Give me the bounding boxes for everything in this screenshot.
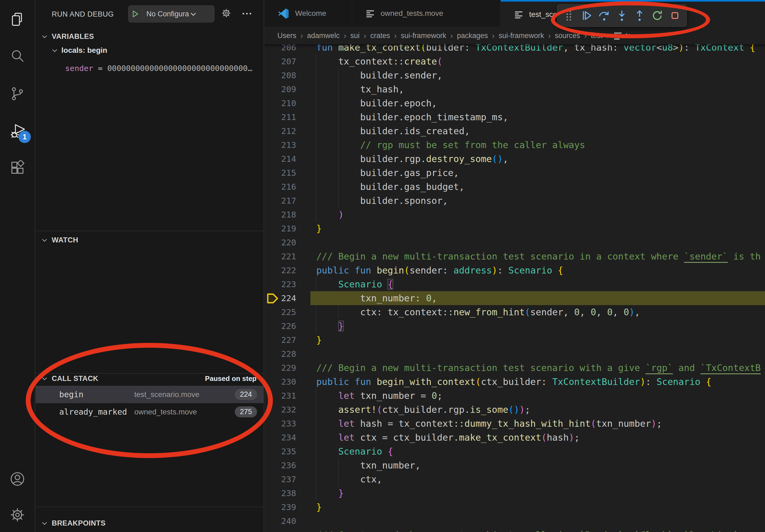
stack-frame-already_marked[interactable]: already_markedowned_tests.move275	[36, 403, 264, 420]
line-number[interactable]: 215	[265, 166, 296, 180]
code-line-241[interactable]: 241/// Creates and shares system objects…	[265, 528, 765, 532]
line-number[interactable]: 206	[265, 44, 296, 54]
line-number[interactable]: 208	[265, 68, 296, 82]
breadcrumb-item-file[interactable]: te	[613, 31, 632, 40]
step-into-button[interactable]	[613, 7, 631, 24]
step-over-button[interactable]	[595, 7, 613, 24]
code-line-234[interactable]: 234 let ctx = ctx_builder.make_tx_contex…	[265, 430, 765, 444]
step-out-button[interactable]	[631, 7, 648, 24]
line-number[interactable]: 207	[265, 54, 296, 68]
code-line-223[interactable]: 223 Scenario {	[265, 277, 765, 291]
search-icon[interactable]	[0, 40, 35, 72]
code-line-224[interactable]: 224 txn_number: 0,	[265, 291, 765, 305]
line-number[interactable]: 223	[265, 277, 296, 291]
line-number[interactable]: 226	[265, 319, 296, 333]
stack-frame-begin[interactable]: begintest_scenario.move224	[36, 386, 264, 403]
more-actions-icon[interactable]	[242, 12, 252, 16]
code-line-214[interactable]: 214 builder.rgp.destroy_some(),	[265, 152, 765, 166]
line-number[interactable]: 220	[265, 235, 296, 249]
code-line-220[interactable]: 220	[265, 235, 765, 249]
line-number[interactable]: 229	[265, 361, 296, 375]
breadcrumb-item[interactable]: adamwelc	[307, 32, 340, 40]
watch-section-header[interactable]: WATCH	[36, 232, 264, 247]
line-number[interactable]: 240	[265, 514, 296, 528]
restart-button[interactable]	[648, 7, 666, 24]
code-line-208[interactable]: 208 builder.sender,	[265, 68, 765, 82]
code-editor[interactable]: 206fun make_tx_context(builder: TxContex…	[265, 44, 765, 532]
code-line-222[interactable]: 222public fun begin(sender: address): Sc…	[265, 263, 765, 277]
line-number[interactable]: 230	[265, 375, 296, 389]
breadcrumb-item[interactable]: sui-framework	[498, 32, 544, 40]
line-number[interactable]: 217	[265, 194, 296, 208]
code-line-232[interactable]: 232 assert!(ctx_builder.rgp.is_some());	[265, 402, 765, 416]
line-number[interactable]: 235	[265, 444, 296, 458]
tab-welcome[interactable]: Welcome	[265, 0, 352, 27]
code-line-221[interactable]: 221/// Begin a new multi-transaction tes…	[265, 249, 765, 263]
code-line-230[interactable]: 230public fun begin_with_context(ctx_bui…	[265, 375, 765, 389]
run-and-debug-icon[interactable]: 1	[0, 115, 35, 147]
accounts-icon[interactable]	[0, 463, 35, 495]
code-line-207[interactable]: 207 tx_context::create(	[265, 54, 765, 68]
explorer-icon[interactable]	[0, 3, 35, 35]
line-number[interactable]: 238	[265, 486, 296, 500]
line-number[interactable]: 212	[265, 124, 296, 138]
start-debugging-icon[interactable]	[128, 9, 143, 19]
line-number[interactable]: 221	[265, 249, 296, 263]
code-line-211[interactable]: 211 builder.epoch_timestamp_ms,	[265, 110, 765, 124]
line-number[interactable]: 228	[265, 347, 296, 361]
breadcrumb-item[interactable]: sui-framework	[401, 32, 446, 40]
breadcrumb-item[interactable]: test	[591, 32, 602, 40]
code-line-229[interactable]: 229/// Begin a new multi-transaction tes…	[265, 361, 765, 375]
debug-settings-gear-icon[interactable]	[221, 8, 231, 18]
line-number[interactable]: 211	[265, 110, 296, 124]
breakpoints-section-header[interactable]: BREAKPOINTS	[36, 516, 264, 531]
code-line-206[interactable]: 206fun make_tx_context(builder: TxContex…	[265, 44, 765, 54]
toolbar-drag-handle[interactable]	[560, 7, 578, 24]
line-number[interactable]: 219	[265, 221, 296, 235]
line-number[interactable]: 233	[265, 416, 296, 430]
line-number[interactable]: 241	[265, 528, 296, 532]
code-line-227[interactable]: 227}	[265, 333, 765, 347]
code-line-236[interactable]: 236 txn_number,	[265, 458, 765, 472]
line-number[interactable]: 210	[265, 96, 296, 110]
line-number[interactable]: 209	[265, 82, 296, 96]
code-line-226[interactable]: 226 }	[265, 319, 765, 333]
line-number[interactable]: 224	[265, 291, 296, 305]
stop-button[interactable]	[666, 7, 684, 24]
code-line-231[interactable]: 231 let txn_number = 0;	[265, 389, 765, 402]
code-line-237[interactable]: 237 ctx,	[265, 472, 765, 486]
code-line-215[interactable]: 215 builder.gas_price,	[265, 166, 765, 180]
line-number[interactable]: 216	[265, 180, 296, 194]
line-number[interactable]: 225	[265, 305, 296, 319]
code-line-225[interactable]: 225 ctx: tx_context::new_from_hint(sende…	[265, 305, 765, 319]
source-control-icon[interactable]	[0, 78, 35, 110]
breadcrumb-item[interactable]: Users	[278, 32, 297, 40]
variable-row-sender[interactable]: sender = 000000000000000000000000000000…	[65, 64, 258, 73]
code-line-209[interactable]: 209 tx_hash,	[265, 82, 765, 96]
code-line-235[interactable]: 235 Scenario {	[265, 444, 765, 458]
breadcrumb-item[interactable]: crates	[371, 32, 390, 40]
line-number[interactable]: 222	[265, 263, 296, 277]
line-number[interactable]: 237	[265, 472, 296, 486]
line-number[interactable]: 231	[265, 389, 296, 402]
call-stack-section-header[interactable]: CALL STACK Paused on step	[36, 371, 264, 386]
variables-section-header[interactable]: VARIABLES	[36, 29, 264, 44]
settings-gear-icon[interactable]	[0, 499, 35, 531]
line-number[interactable]: 234	[265, 430, 296, 444]
breadcrumb-item[interactable]: packages	[457, 32, 488, 40]
line-number[interactable]: 218	[265, 208, 296, 221]
code-line-233[interactable]: 233 let hash = tx_context::dummy_tx_hash…	[265, 416, 765, 430]
code-line-228[interactable]: 228	[265, 347, 765, 361]
code-line-216[interactable]: 216 builder.gas_budget,	[265, 180, 765, 194]
code-line-213[interactable]: 213 // rgp must be set from the caller a…	[265, 138, 765, 152]
locals-scope-row[interactable]: locals: begin	[51, 46, 107, 55]
breadcrumb-item[interactable]: sui	[350, 32, 360, 40]
tab-owned-tests-move[interactable]: owned_tests.move	[352, 0, 501, 27]
extensions-icon[interactable]	[0, 152, 35, 184]
code-line-210[interactable]: 210 builder.epoch,	[265, 96, 765, 110]
code-line-240[interactable]: 240	[265, 514, 765, 528]
code-line-218[interactable]: 218 )	[265, 208, 765, 221]
line-number[interactable]: 227	[265, 333, 296, 347]
line-number[interactable]: 213	[265, 138, 296, 152]
code-line-212[interactable]: 212 builder.ids_created,	[265, 124, 765, 138]
